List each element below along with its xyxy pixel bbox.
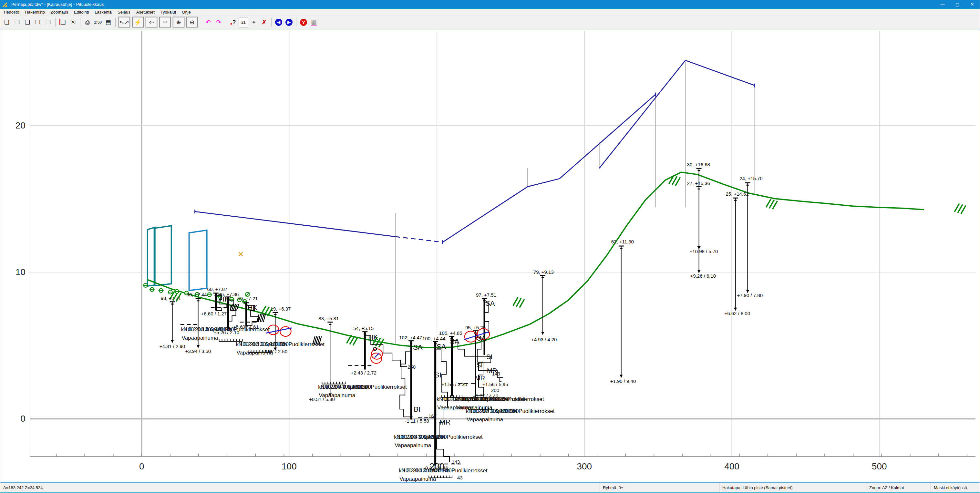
menu-työkalut[interactable]: Työkalut: [158, 9, 179, 15]
x-axis-label: 100: [282, 461, 297, 471]
identify-point-icon[interactable]: ?: [228, 17, 238, 27]
snap-tolerance-21-icon[interactable]: 21: [239, 17, 248, 27]
annotation-label: 102, +4.47: [399, 335, 422, 340]
title-bar[interactable]: Pernaja.pi1.tdw* - [Kairausohje] - Pituu…: [0, 0, 980, 9]
annotation-label: +9.26 / 6.10: [690, 273, 716, 278]
sounding-end-arrow: [197, 345, 200, 348]
fence-grid-icon[interactable]: ▦: [309, 17, 319, 27]
scale-1-50-icon[interactable]: 1:50: [93, 17, 103, 27]
insert-page-glyph: ❏: [59, 19, 65, 25]
annotation-label: 83, +5.81: [318, 316, 339, 321]
annotation-label: +6.62 / 8.00: [725, 310, 751, 316]
zoom-out-glyph: ⊖: [189, 19, 194, 25]
zoom-extents-icon[interactable]: ↖↗: [118, 17, 130, 27]
zoom-out-icon[interactable]: ⊖: [186, 17, 198, 27]
annotation-label: -1.11 / 5.58: [405, 418, 429, 424]
annotation-label: SA: [477, 334, 486, 342]
maximize-button[interactable]: ▢: [950, 0, 965, 9]
toolbar-separator: [80, 18, 80, 27]
minimize-button[interactable]: —: [935, 0, 950, 9]
transfer-page-icon[interactable]: ❐: [43, 17, 53, 27]
close-page-glyph: ☒: [70, 19, 76, 25]
annotation-label: +4.93 / 4.20: [531, 337, 557, 342]
menu-zoomaus[interactable]: Zoomaus: [48, 9, 71, 15]
annotation-label: +1.55 / 3.30: [441, 382, 467, 387]
section-view-canvas[interactable]: 01002003004005002010093, +7.21+4.31 / 2.…: [0, 29, 980, 482]
menu-tiedosto[interactable]: Tiedosto: [0, 9, 22, 15]
annotation-label: 25, +14.62: [726, 191, 749, 197]
snap-tolerance-21-glyph: 21: [241, 20, 245, 24]
x-axis-label: 0: [139, 461, 144, 471]
annotation-label: SI: [434, 371, 441, 379]
menu-ohje[interactable]: Ohje: [179, 9, 193, 15]
menu-bar: TiedostoHakemistoZoomausEditointiLaskent…: [0, 9, 980, 16]
previous-element-icon[interactable]: ◀: [274, 17, 283, 27]
annotation-label: HK: [368, 333, 378, 341]
annotation-label: +2.43 / 2.72: [351, 370, 377, 375]
annotation-label: 167: [428, 413, 437, 419]
toolbar-separator: [226, 18, 226, 27]
sounding-end-arrow: [171, 340, 174, 343]
annotation-label: SI: [477, 362, 483, 369]
kn-scale-caption: pk/0.2m Puolikierrokset: [213, 326, 270, 332]
annotation-label: MR: [475, 375, 485, 382]
redraw-glyph: ⚡: [134, 19, 142, 25]
previous-element-glyph: ◀: [275, 19, 282, 26]
vapaapainuma-caption: Vapaapainuma: [182, 335, 219, 341]
toolbar-separator: [271, 18, 272, 27]
next-element-icon[interactable]: ▶: [284, 17, 294, 27]
annotation-label: +1.90 / 9.40: [610, 378, 636, 384]
annotation-label: +7.90 / 7.80: [737, 293, 763, 298]
annotation-label: 27, +15.36: [687, 180, 710, 186]
new-cross-section-glyph: ❏: [4, 19, 10, 25]
print-icon[interactable]: ⎙: [83, 17, 92, 27]
open-cross-section-icon[interactable]: ❐: [12, 17, 22, 27]
identify-point-glyph: ?: [232, 19, 236, 25]
toolbar-separator: [55, 18, 56, 27]
zoom-in-icon[interactable]: ⊕: [173, 17, 185, 27]
status-bar: A=183.242 Z=24.524Ryhmä: 0+Hakutapa: Läh…: [0, 483, 980, 493]
structure-outline-blue: [189, 230, 207, 291]
menu-selaus[interactable]: Selaus: [115, 9, 134, 15]
pan-right-icon[interactable]: ⇨: [159, 17, 171, 27]
annotation-label: +3.94 / 3.50: [185, 348, 211, 354]
close-page-icon[interactable]: ☒: [68, 17, 78, 27]
legend-column-icon[interactable]: ▤: [103, 17, 113, 27]
kn-scale-caption: pk/0.2m Puolikierrokset: [350, 384, 407, 390]
redraw-icon[interactable]: ⚡: [132, 17, 144, 27]
status-position: A=183.242 Z=24.524: [0, 483, 600, 492]
menu-hakemisto[interactable]: Hakemisto: [22, 9, 48, 15]
new-cross-section-icon[interactable]: ❏: [2, 17, 12, 27]
menu-editointi[interactable]: Editointi: [71, 9, 92, 15]
annotation-label: +6.60 / 1.27: [201, 311, 227, 316]
design-line-blue-dashed: [396, 237, 443, 242]
insert-page-icon[interactable]: ❏: [58, 17, 67, 27]
status-group: Ryhmä: 0+: [600, 483, 719, 492]
toolbar-separator: [296, 18, 296, 27]
undo-icon[interactable]: ↶: [204, 17, 213, 27]
next-element-glyph: ▶: [285, 19, 293, 26]
menu-asetukset[interactable]: Asetukset: [134, 9, 158, 15]
pan-left-icon[interactable]: ⇦: [146, 17, 157, 27]
kn-scale-caption: pk/0.2m Puolikierrokset: [487, 396, 544, 402]
move-page-icon[interactable]: ❒: [33, 17, 43, 27]
help-icon[interactable]: ?: [299, 17, 309, 27]
scale-1-50-glyph: 1:50: [94, 20, 102, 24]
kn-scale-caption: pk/0.2m Puolikierrokset: [498, 408, 555, 414]
annotation-label: 86, +7.36: [219, 291, 239, 297]
copy-page-icon[interactable]: ❑: [22, 17, 32, 27]
toolbar-separator: [115, 18, 116, 27]
close-button[interactable]: ✕: [965, 0, 980, 9]
annotation-label: SA: [485, 299, 495, 307]
redo-icon[interactable]: ↷: [214, 17, 223, 27]
move-page-glyph: ❒: [35, 19, 40, 25]
xyz-point-icon[interactable]: ⌖: [249, 17, 259, 27]
section-view[interactable]: 01002003004005002010093, +7.21+4.31 / 2.…: [0, 29, 980, 483]
vapaapainuma-caption: Vapaapainuma: [237, 350, 274, 356]
remove-points-icon[interactable]: ✗: [259, 17, 269, 27]
zoom-in-glyph: ⊕: [176, 19, 181, 25]
design-line-blue: [195, 212, 396, 237]
sounding-end-arrow: [620, 375, 623, 377]
menu-laskenta[interactable]: Laskenta: [92, 9, 115, 15]
fence-grid-glyph: ▦: [311, 19, 317, 25]
